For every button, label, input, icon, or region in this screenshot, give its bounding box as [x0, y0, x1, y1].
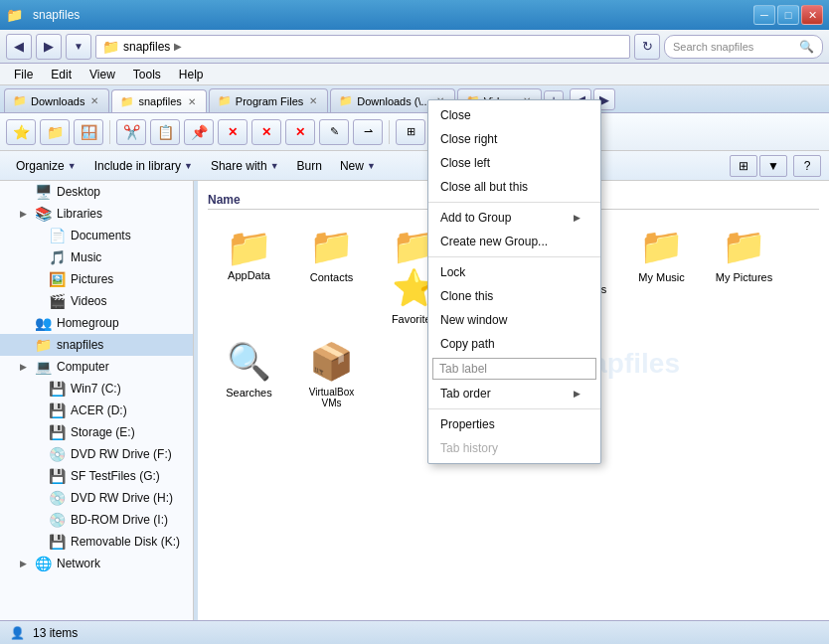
close-window-button[interactable]: ✕ — [801, 5, 823, 25]
toolbar-view[interactable]: ⊞ — [396, 119, 425, 145]
toolbar-rename[interactable]: ✎ — [319, 119, 349, 145]
include-library-button[interactable]: Include in library ▼ — [86, 154, 201, 178]
search-box[interactable]: Search snapfiles 🔍 — [664, 35, 823, 59]
main-content: 🖥️ Desktop ▶ 📚 Libraries 📄 Documents 🎵 M… — [0, 181, 829, 620]
toolbar-copy[interactable]: 📋 — [150, 119, 180, 145]
dropdown-button[interactable]: ▼ — [66, 34, 91, 60]
maximize-button[interactable]: □ — [777, 5, 799, 25]
ctx-close[interactable]: Close — [428, 103, 600, 127]
ctx-create-new-group[interactable]: Create new Group... — [428, 230, 600, 253]
toolbar-windows[interactable]: 🪟 — [74, 119, 103, 145]
sidebar-item-dvdrwh[interactable]: 💿 DVD RW Drive (H:) — [0, 487, 193, 509]
ctx-properties[interactable]: Properties — [428, 412, 600, 436]
contacts-label: Contacts — [310, 271, 353, 283]
appdata-icon: 📁 — [226, 226, 272, 269]
menu-file[interactable]: File — [6, 66, 41, 83]
ctx-sep1 — [428, 202, 600, 203]
file-contacts[interactable]: 📁 Contacts — [294, 222, 369, 329]
storagee-icon: 💾 — [49, 424, 66, 440]
sidebar-item-bdroml[interactable]: 💿 BD-ROM Drive (I:) — [0, 509, 193, 531]
virtualboxvms-icon: 📦 — [309, 341, 354, 383]
ctx-clone-this[interactable]: Clone this — [428, 284, 600, 308]
file-appdata[interactable]: 📁 AppData — [212, 222, 286, 329]
file-mymusic[interactable]: 📁 My Music — [624, 222, 699, 329]
sidebar-item-pictures[interactable]: 🖼️ Pictures — [0, 268, 193, 290]
toolbar-paste[interactable]: 📌 — [184, 119, 214, 145]
view-dropdown[interactable]: ▼ — [759, 155, 787, 177]
videos-icon: 🎬 — [49, 293, 66, 309]
help-button[interactable]: ? — [793, 155, 821, 177]
ctx-tab-order[interactable]: Tab order ▶ — [428, 382, 600, 405]
sidebar-item-documents[interactable]: 📄 Documents — [0, 225, 193, 246]
music-icon: 🎵 — [49, 249, 66, 265]
new-button[interactable]: New ▼ — [332, 154, 384, 178]
menu-help[interactable]: Help — [171, 66, 212, 83]
submenu-arrow2-icon: ▶ — [574, 389, 580, 399]
bdroml-icon: 💿 — [49, 512, 66, 528]
sidebar-item-music[interactable]: 🎵 Music — [0, 246, 193, 268]
ctx-close-all-but-this[interactable]: Close all but this — [428, 175, 600, 199]
share-with-button[interactable]: Share with ▼ — [203, 154, 287, 178]
address-input[interactable]: 📁 snapfiles ▶ — [95, 35, 630, 59]
sidebar-item-dvdrwf[interactable]: 💿 DVD RW Drive (F:) — [0, 443, 193, 465]
toolbar-delete[interactable]: ✕ — [218, 119, 248, 145]
file-virtualboxvms[interactable]: 📦 VirtualBox VMs — [294, 337, 369, 412]
ctx-close-right[interactable]: Close right — [428, 127, 600, 151]
documents-icon: 📄 — [49, 228, 66, 243]
title-bar-title: snapfiles — [27, 8, 753, 22]
file-mypictures[interactable]: 📁 My Pictures — [707, 222, 781, 329]
sidebar-item-libraries[interactable]: ▶ 📚 Libraries — [0, 203, 193, 225]
toolbar-folder[interactable]: 📁 — [40, 119, 70, 145]
appdata-label: AppData — [228, 269, 270, 281]
sidebar-item-desktop[interactable]: 🖥️ Desktop — [0, 181, 193, 203]
tab-programfiles[interactable]: 📁 Program Files ✕ — [209, 88, 328, 112]
title-bar-buttons: ─ □ ✕ — [753, 5, 823, 25]
sidebar-item-computer[interactable]: ▶ 💻 Computer — [0, 356, 193, 378]
toolbar-delete2[interactable]: ✕ — [251, 119, 281, 145]
tab-downloads[interactable]: 📁 Downloads ✕ — [4, 88, 109, 112]
removablek-icon: 💾 — [49, 534, 66, 550]
ctx-close-left[interactable]: Close left — [428, 151, 600, 175]
mymusic-label: My Music — [638, 271, 684, 283]
tab-label: snapfiles — [138, 95, 181, 107]
menu-edit[interactable]: Edit — [43, 66, 80, 83]
ctx-copy-path[interactable]: Copy path — [428, 332, 600, 356]
minimize-button[interactable]: ─ — [753, 5, 775, 25]
forward-button[interactable]: ▶ — [36, 34, 62, 60]
tab-close-downloads[interactable]: ✕ — [88, 95, 100, 106]
ctx-lock[interactable]: Lock — [428, 260, 600, 284]
status-icon: 👤 — [10, 626, 25, 640]
sidebar-item-storagee[interactable]: 💾 Storage (E:) — [0, 421, 193, 443]
sidebar-item-homegroup[interactable]: 👥 Homegroup — [0, 312, 193, 334]
sidebar-item-network[interactable]: ▶ 🌐 Network — [0, 553, 193, 574]
sidebar-item-sftestfilesg[interactable]: 💾 SF TestFiles (G:) — [0, 465, 193, 487]
sidebar-item-removablek[interactable]: 💾 Removable Disk (K:) — [0, 531, 193, 553]
sidebar-item-snapfiles[interactable]: 📁 snapfiles — [0, 334, 193, 356]
title-bar: 📁 snapfiles ─ □ ✕ — [0, 0, 829, 30]
menu-view[interactable]: View — [82, 66, 123, 83]
tab-close-programfiles[interactable]: ✕ — [307, 95, 319, 106]
ctx-tab-label-input[interactable]: Tab label — [432, 358, 596, 380]
view-button[interactable]: ⊞ — [730, 155, 757, 177]
toolbar-move[interactable]: ⇀ — [353, 119, 383, 145]
menu-tools[interactable]: Tools — [125, 66, 169, 83]
file-searches[interactable]: 🔍 Searches — [212, 337, 286, 412]
toolbar-separator — [109, 120, 110, 144]
sidebar-item-win7c[interactable]: 💾 Win7 (C:) — [0, 378, 193, 400]
toolbar-back[interactable]: ⭐ — [6, 119, 36, 145]
ctx-new-window[interactable]: New window — [428, 308, 600, 332]
organize-button[interactable]: Organize ▼ — [8, 154, 84, 178]
tab-label: Downloads (\... — [357, 95, 429, 107]
toolbar-cut[interactable]: ✂️ — [116, 119, 146, 145]
sidebar-item-videos[interactable]: 🎬 Videos — [0, 290, 193, 312]
toolbar-delete3[interactable]: ✕ — [285, 119, 315, 145]
refresh-button[interactable]: ↻ — [634, 34, 660, 60]
back-button[interactable]: ◀ — [6, 34, 32, 60]
sidebar-item-acerd[interactable]: 💾 ACER (D:) — [0, 400, 193, 421]
ctx-add-to-group[interactable]: Add to Group ▶ — [428, 206, 600, 230]
dvdrwf-icon: 💿 — [49, 446, 66, 462]
burn-button[interactable]: Burn — [289, 154, 330, 178]
address-arrow: ▶ — [174, 41, 182, 52]
tab-snapfiles[interactable]: 📁 snapfiles ✕ — [111, 89, 206, 113]
tab-close-snapfiles[interactable]: ✕ — [186, 96, 198, 107]
